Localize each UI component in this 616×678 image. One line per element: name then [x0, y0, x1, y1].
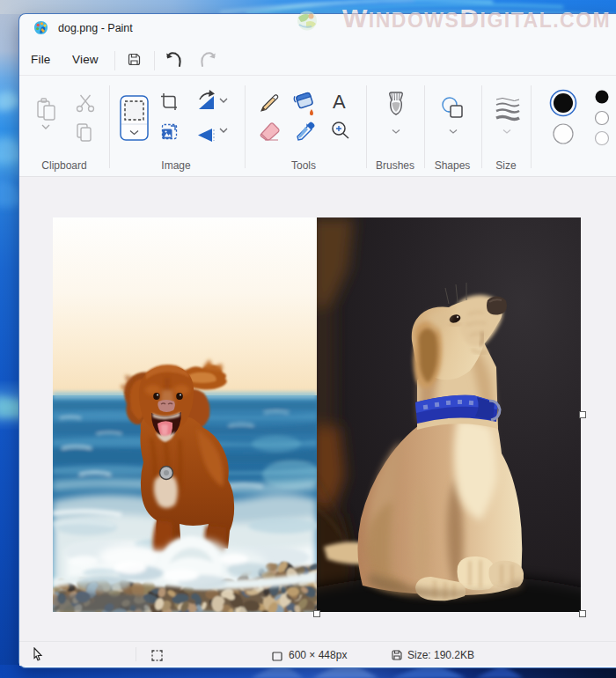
- svg-text:A: A: [333, 91, 346, 113]
